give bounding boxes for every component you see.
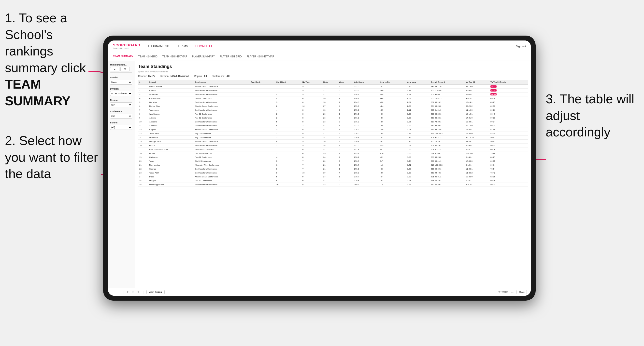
cell-conf-rank: 2 — [275, 104, 301, 108]
cell-vs-top25: 23-23-1 — [465, 140, 489, 144]
toolbar-grid[interactable]: ☷ — [511, 291, 514, 293]
cell-conf-rank: 1 — [275, 132, 301, 136]
nav-teams[interactable]: TEAMS — [178, 43, 188, 49]
toolbar-clock[interactable]: ⏱ — [137, 291, 140, 293]
subnav-team-summary[interactable]: TEAM SUMMARY — [113, 54, 133, 59]
sidebar-gender-select[interactable]: Men's Women's — [110, 80, 132, 85]
cell-conference: Pac-12 Conference — [194, 96, 250, 100]
table-row[interactable]: 9 Arizona Pac-12 Conference - 2 8 23 3 2… — [138, 116, 528, 120]
cell-rank: 13 — [138, 132, 148, 136]
table-row[interactable]: 7 Tennessee Southeastern Conference - 4 … — [138, 108, 528, 112]
table-row[interactable]: 19 California Pac-12 Conference - 4 8 24… — [138, 155, 528, 159]
sidebar-conference-select[interactable]: (All) — [110, 114, 132, 119]
cell-avg-rank: - — [250, 175, 275, 179]
view-original-button[interactable]: View: Original — [146, 290, 164, 294]
cell-rnds: 23 — [322, 84, 338, 89]
table-row[interactable]: 11 Arkansas Southeastern Conference - 6 … — [138, 124, 528, 128]
table-row[interactable]: 13 Texas Tech Big 12 Conference - 1 9 27… — [138, 132, 528, 136]
cell-avg-rank: - — [250, 148, 275, 151]
cell-avg-par: -3.5 — [379, 132, 406, 136]
nav-signout[interactable]: Sign out — [516, 45, 526, 48]
subnav-player-h2h-heatmap[interactable]: PLAYER H2H HEATMAP — [246, 54, 274, 59]
sidebar-min-input[interactable] — [110, 67, 120, 71]
filter-region: Region: All — [194, 75, 207, 78]
table-row[interactable]: 22 Georgia Southeastern Conference - 8 7… — [138, 167, 528, 171]
table-row[interactable]: 16 Florida Southeastern Conference - 7 9… — [138, 144, 528, 148]
cell-wins: 1 — [338, 100, 353, 104]
cell-avg-low: 2.70 — [406, 84, 430, 89]
table-row[interactable]: 2 Auburn Southeastern Conference - 1 9 2… — [138, 89, 528, 93]
cell-overall: 260 117-4-0 — [430, 89, 464, 93]
cell-school: Duke — [148, 175, 194, 179]
table-row[interactable]: 6 Florida State Atlantic Coast Conferenc… — [138, 104, 528, 108]
sidebar-division-select[interactable]: NCAA Division I NCAA Division II — [110, 91, 132, 96]
cell-conf-rank: 2 — [275, 112, 301, 116]
cell-no-tour: 6 — [301, 100, 322, 104]
table-row[interactable]: 4 Arizona State Pac-12 Conference - 2 8 … — [138, 96, 528, 100]
table-row[interactable]: 20 Texas Big 12 Conference - 3 7 22 3 27… — [138, 159, 528, 163]
toolbar-copy[interactable]: 📋 — [132, 291, 134, 293]
table-row[interactable]: 15 Georgia Tech Atlantic Coast Conferenc… — [138, 140, 528, 144]
sidebar-slider[interactable] — [110, 72, 132, 73]
cell-school: Oklahoma — [148, 136, 194, 140]
cell-rnds: 26 — [322, 96, 338, 100]
cell-avg-rank: - — [250, 151, 275, 155]
cell-wins: 4 — [338, 171, 353, 175]
sidebar-school-select[interactable]: (All) — [110, 125, 132, 130]
cell-school: Texas Tech — [148, 132, 194, 136]
toolbar-forward[interactable]: → — [118, 291, 120, 293]
toolbar-watch[interactable]: 👁 Watch — [498, 291, 508, 293]
table-row[interactable]: 1 North Carolina Atlantic Coast Conferen… — [138, 84, 528, 89]
cell-avg-rank: - — [250, 116, 275, 120]
sidebar-region-select[interactable]: N/A All — [110, 102, 132, 107]
sidebar-region-label: Region — [110, 99, 133, 101]
cell-avg-par: -5.1 — [379, 155, 406, 159]
cell-school: Arizona — [148, 116, 194, 120]
table-row[interactable]: 10 Alabama Southeastern Conference - 5 8… — [138, 120, 528, 124]
table-row[interactable]: 21 New Mexico Mountain West Conference -… — [138, 163, 528, 167]
cell-vs-top50: 80.16 — [489, 148, 528, 151]
subnav-team-h2h-grid[interactable]: TEAM H2H GRID — [138, 54, 157, 59]
cell-avg-low: 1.55 — [406, 148, 430, 151]
cell-conference: Southern Conference — [194, 148, 250, 151]
subnav-team-h2h-heatmap[interactable]: TEAM H2H HEATMAP — [162, 54, 187, 59]
update-time: Update time: 27/03/2024 16:56:26 — [138, 71, 528, 73]
cell-vs-top25: 12-14-1 — [465, 100, 489, 104]
subnav-player-summary[interactable]: PLAYER SUMMARY — [192, 54, 215, 59]
instruction-3-text: 3. The table will adjust accordingly — [546, 92, 634, 139]
table-row[interactable]: 8 Washington Pac-12 Conference - 2 8 23 … — [138, 112, 528, 116]
cell-wins: 3 — [338, 159, 353, 163]
table-row[interactable]: 25 Oregon Pac-12 Conference - 5 9 21 0 2… — [138, 179, 528, 183]
nav-committee[interactable]: COMMITTEE — [195, 43, 213, 49]
table-row[interactable]: 3 Vanderbilt Southeastern Conference - 2… — [138, 93, 528, 96]
table-row[interactable]: 26 Mississippi State Southeastern Confer… — [138, 183, 528, 187]
cell-overall: 268 86-26-1 — [430, 116, 464, 120]
table-row[interactable]: 5 Ole Miss Southeastern Conference - 3 6… — [138, 100, 528, 104]
toolbar-refresh[interactable]: ↻ — [126, 291, 128, 293]
cell-conference: Atlantic Coast Conference — [194, 140, 250, 144]
nav-tournaments[interactable]: TOURNAMENTS — [148, 43, 170, 49]
cell-avg-low: 2.88 — [406, 89, 430, 93]
cell-avg-rank: - — [250, 104, 275, 108]
cell-adj-score: 278.7 — [353, 163, 379, 167]
cell-avg-par: -0.4 — [379, 175, 406, 179]
table-row[interactable]: 23 Texas A&M Southeastern Conference - 9… — [138, 171, 528, 175]
table-row[interactable]: 12 Virginia Atlantic Coast Conference - … — [138, 128, 528, 132]
cell-rnds: 27 — [322, 93, 338, 96]
cell-rank: 23 — [138, 171, 148, 175]
cell-rank: 15 — [138, 140, 148, 144]
sidebar-max-input[interactable] — [120, 67, 130, 71]
cell-overall: 282 88-17-0 — [430, 84, 464, 89]
table-row[interactable]: 18 Illinois Big Ten Conference - 1 8 23 … — [138, 151, 528, 155]
table-row[interactable]: 17 East Tennessee State Southern Confere… — [138, 148, 528, 151]
cell-rank: 4 — [138, 96, 148, 100]
cell-avg-par: -4.4 — [379, 104, 406, 108]
table-row[interactable]: 14 Oklahoma Big 12 Conference - 2 9 24 2… — [138, 136, 528, 140]
subnav-player-h2h-grid[interactable]: PLAYER H2H GRID — [220, 54, 242, 59]
toolbar-back[interactable]: ← — [112, 291, 114, 293]
cell-rank: 20 — [138, 159, 148, 163]
share-button[interactable]: Share — [516, 290, 527, 294]
cell-school: California — [148, 155, 194, 159]
cell-wins: 4 — [338, 144, 353, 148]
table-row[interactable]: 24 Duke Atlantic Coast Conference - 5 9 … — [138, 175, 528, 179]
